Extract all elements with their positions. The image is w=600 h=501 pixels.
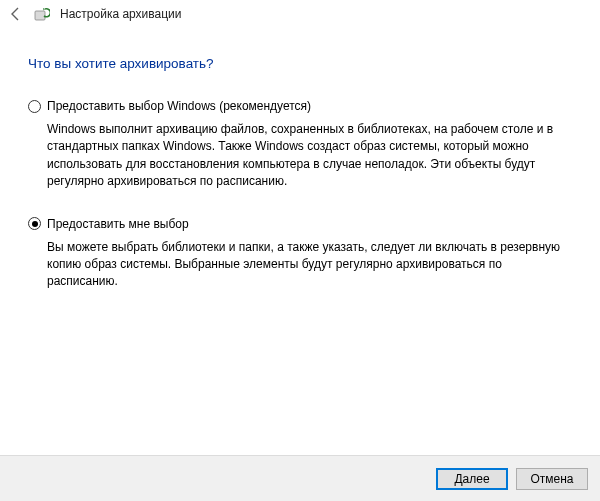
wizard-footer: Далее Отмена [0, 455, 600, 501]
back-icon[interactable] [8, 6, 24, 22]
backup-icon [34, 6, 50, 22]
radio-icon[interactable] [28, 217, 41, 230]
radio-icon[interactable] [28, 100, 41, 113]
wizard-title: Настройка архивации [60, 7, 182, 21]
option-description: Вы можете выбрать библиотеки и папки, а … [47, 239, 567, 291]
svg-rect-0 [35, 11, 45, 20]
option-user-choice: Предоставить мне выбор Вы можете выбрать… [28, 217, 572, 291]
option-description: Windows выполнит архивацию файлов, сохра… [47, 121, 567, 191]
wizard-content: Что вы хотите архивировать? Предоставить… [0, 26, 600, 291]
option-windows-choice: Предоставить выбор Windows (рекомендуетс… [28, 99, 572, 191]
next-button[interactable]: Далее [436, 468, 508, 490]
page-heading: Что вы хотите архивировать? [28, 56, 572, 71]
option-label: Предоставить выбор Windows (рекомендуетс… [47, 99, 311, 113]
option-windows-choice-head[interactable]: Предоставить выбор Windows (рекомендуетс… [28, 99, 572, 113]
option-user-choice-head[interactable]: Предоставить мне выбор [28, 217, 572, 231]
cancel-button[interactable]: Отмена [516, 468, 588, 490]
option-label: Предоставить мне выбор [47, 217, 189, 231]
wizard-header: Настройка архивации [0, 0, 600, 26]
